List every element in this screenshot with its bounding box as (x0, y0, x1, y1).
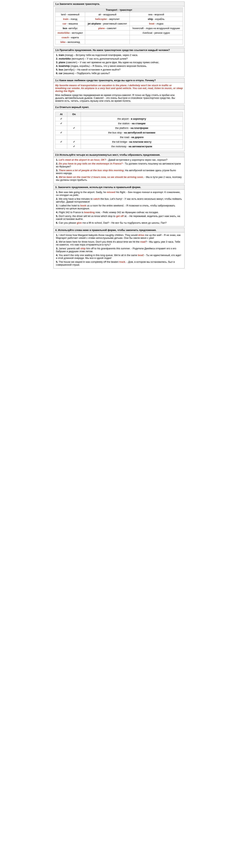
list-item: 2. Do you have to pay tolls on the motor… (55, 162, 183, 168)
list-item: 1. Let's meet at the airport in an hour,… (55, 158, 183, 161)
list-item: 4. Flight 342 to France is boarding now.… (55, 211, 183, 214)
transport-cell: ship - корабль (130, 17, 183, 22)
transport-cell: bus -автобус (55, 26, 85, 31)
transport-cell: boat - лодка (130, 22, 183, 26)
label-cell: the bus stop - на автобусной остановке (81, 130, 183, 135)
on-cell (67, 121, 81, 126)
label-cell: the road - на дороге (81, 135, 183, 140)
on-cell (67, 135, 81, 140)
transport-cell: air - воздушный (85, 12, 130, 17)
section-1c-header: 1.c Какое ваше любимое средство транспор… (54, 78, 184, 83)
section-3-content: 1. Ben was late going to the airport. Sa… (54, 190, 184, 226)
transport-cell: land - наземный (55, 12, 85, 17)
on-cell (67, 117, 81, 121)
table-row: ✓ the airport - в аэропорту (55, 117, 183, 121)
transport-cell: bike - велосипед (55, 40, 85, 44)
section-4-header: 4. Используйте слова ниже в правильной ф… (54, 228, 184, 232)
label-cell: the motorway - на автомагистрали (81, 144, 183, 149)
transport-cell: hovercraft - лодка на воздушной подушке (130, 26, 183, 31)
transport-cell: motorbike - мотоцикл (55, 31, 85, 35)
list-item: 1. I don't know how Margaret babysits th… (55, 234, 183, 239)
list-item: 3. I called the hotel to book us a room … (55, 204, 183, 210)
at-on-table: At On ✓ the airport - в аэропорту ✓ the … (55, 112, 183, 149)
list-item: 5. Don't worry, the driver will let us k… (55, 215, 183, 220)
transport-cell (85, 31, 130, 35)
transport-cell: plane - самолет (85, 26, 130, 31)
section-3-header: 3. Закончите предложения, используя глаг… (54, 185, 184, 190)
transport-cell (130, 40, 183, 44)
at-cell: ✓ (55, 140, 67, 144)
at-cell: ✓ (55, 130, 67, 135)
col-label (81, 112, 183, 117)
transport-cell: car - машина (55, 22, 85, 26)
section-1c: 1.c Какое ваше любимое средство транспор… (54, 78, 184, 103)
list-item: 4. You aren't the only one waiting in th… (55, 254, 183, 259)
list-item: 3. plane (самолет) – У нас нет времени н… (55, 61, 183, 64)
section-4: 4. Используйте слова ниже в правильной ф… (54, 228, 184, 269)
list-item: 6. Can you please give me a lift to scho… (55, 221, 183, 224)
label-cell: the airport - в аэропорту (81, 117, 183, 121)
transport-cell (85, 40, 130, 44)
table-row: ✓ the bus stop - на автобусной остановке (55, 130, 183, 135)
table-row: the road - на дороге (55, 135, 183, 140)
list-item: 5. bus (автобус) – На какой остановке я … (55, 68, 183, 71)
at-cell (55, 135, 67, 140)
list-item: 3. James' parents will ship him off to h… (55, 247, 183, 253)
section-2a: 2.а Отметьте верный пункт. At On ✓ the a… (54, 105, 184, 151)
section-4-list: 1. I don't know how Margaret babysits th… (55, 234, 183, 266)
on-cell: ✓ (67, 140, 81, 144)
section-1a-content: Transport - транспорт land - наземный ai… (54, 6, 184, 46)
list-item: 1. train (поезд) – Встречу тебя на подсо… (55, 54, 183, 57)
section-2b-list: 1. Let's meet at the airport in an hour,… (55, 158, 183, 181)
section-1b-header: 1.b Прочитайте предложения. На какое тра… (54, 48, 184, 53)
section-2b: 2.b Используйте четыре из вышеупомянутых… (54, 152, 184, 184)
transport-cell: coach - карета (55, 35, 85, 40)
section-1b-list: 1. train (поезд) – Встречу тебя на подсо… (55, 54, 183, 75)
section-1b-content: 1. train (поезд) – Встречу тебя на подсо… (54, 53, 184, 76)
transport-table-title: Transport - транспорт (55, 8, 183, 12)
table-row: ✓ the station - на станции (55, 121, 183, 126)
at-cell: ✓ (55, 117, 67, 121)
on-cell: ✓ (67, 126, 81, 130)
table-row: ✓ the platform - на платформе (55, 126, 183, 130)
transport-cell (85, 35, 130, 40)
transport-cell: riverboat - речное судно (130, 31, 183, 35)
on-cell: ✓ (67, 144, 81, 149)
section-4-content: 1. I don't know how Margaret babysits th… (54, 232, 184, 268)
list-item: 2. We've been here for three hours. Don'… (55, 240, 183, 246)
list-item: 6. car (машина) – Подбросить тебя до шко… (55, 72, 183, 75)
answer-english: My favorite means of transportation on v… (55, 84, 183, 92)
section-1c-content: My favorite means of transportation on v… (54, 83, 184, 103)
section-2b-header: 2.b Используйте четыре из вышеупомянутых… (54, 153, 184, 157)
label-cell: the toll bridge - на платном мосту (81, 140, 183, 144)
list-item: 5. The house we stayed in was completely… (55, 260, 183, 266)
at-cell: ✓ (55, 121, 67, 126)
section-2b-content: 1. Let's meet at the airport in an hour,… (54, 157, 184, 183)
transport-cell (130, 35, 183, 40)
at-cell (55, 126, 67, 130)
transport-cell: train - поезд (55, 17, 85, 22)
section-3-list: 1. Ben was late going to the airport. Sa… (55, 191, 183, 224)
transport-cell: helicopter - вертолет (85, 17, 130, 22)
transport-cell: jet airplane - реактивный самолет (85, 22, 130, 26)
section-2a-content: At On ✓ the airport - в аэропорту ✓ the … (54, 110, 184, 151)
label-cell: the platform - на платформе (81, 126, 183, 130)
list-item: 4. boat/ship (лодка, корабль) – Я боюсь,… (55, 65, 183, 67)
col-on: On (67, 112, 81, 117)
list-item: 4. We've been on the road for 2 hours no… (55, 176, 183, 181)
section-1a-header: 1.a Закончите названия транспорта. (54, 2, 184, 6)
section-1b: 1.b Прочитайте предложения. На какое тра… (54, 48, 184, 77)
section-3: 3. Закончите предложения, используя глаг… (54, 185, 184, 226)
at-cell (55, 144, 67, 149)
label-cell: the station - на станции (81, 121, 183, 126)
transport-cell: sea - морской (130, 12, 183, 17)
answer-russian: Мое любимое средство передвижения во вре… (55, 94, 183, 102)
list-item: 2. We only have a few minutes to catch t… (55, 197, 183, 203)
section-2a-header: 2.а Отметьте верный пункт. (54, 105, 184, 110)
on-cell (67, 130, 81, 135)
list-item: 1. Ben was late going to the airport. Sa… (55, 191, 183, 196)
table-row: ✓ ✓ the toll bridge - на платном мосту (55, 140, 183, 144)
transport-table: Transport - транспорт land - наземный ai… (55, 7, 183, 44)
list-item: 2. motorbike (мотоцикл) – У нас есть доп… (55, 57, 183, 60)
col-at: At (55, 112, 67, 117)
